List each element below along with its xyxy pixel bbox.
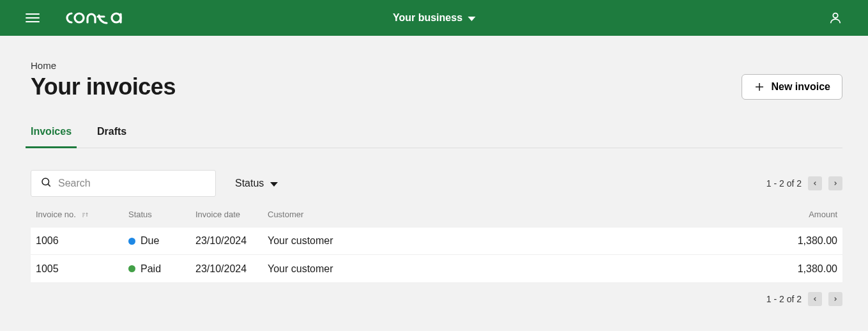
search-box[interactable] (31, 170, 216, 197)
status-label: Due (141, 235, 159, 247)
pager-prev-button[interactable] (808, 176, 822, 190)
pager-top: 1 - 2 of 2 (766, 176, 842, 190)
status-filter-label: Status (235, 178, 264, 189)
svg-point-4 (833, 13, 837, 18)
th-amount[interactable]: Amount (710, 210, 837, 219)
svg-point-0 (75, 13, 84, 22)
th-status[interactable]: Status (128, 210, 195, 219)
td-amount: 1,380.00 (710, 263, 837, 275)
plus-icon (754, 81, 765, 93)
pager-text: 1 - 2 of 2 (766, 294, 802, 304)
new-invoice-label: New invoice (772, 81, 830, 93)
sort-icon (81, 211, 89, 219)
td-invoice-date: 23/10/2024 (195, 235, 268, 247)
search-icon (40, 176, 52, 190)
svg-point-2 (112, 13, 121, 22)
tabs: Invoices Drafts (26, 126, 842, 148)
menu-icon[interactable] (26, 11, 40, 25)
pager-text: 1 - 2 of 2 (766, 178, 802, 189)
tab-invoices[interactable]: Invoices (26, 126, 77, 148)
status-dot-icon (128, 238, 135, 245)
th-customer[interactable]: Customer (268, 210, 710, 219)
td-customer: Your customer (268, 263, 710, 275)
th-invoice-no[interactable]: Invoice no. (36, 210, 128, 219)
business-selector[interactable]: Your business (393, 12, 475, 24)
title-row: Your invoices New invoice (31, 73, 842, 100)
td-invoice-no: 1005 (36, 263, 128, 275)
td-customer: Your customer (268, 235, 710, 247)
toolbar: Status 1 - 2 of 2 (31, 170, 842, 197)
pager-next-button[interactable] (828, 292, 842, 306)
pager-bottom: 1 - 2 of 2 (31, 292, 842, 306)
svg-point-7 (42, 178, 49, 185)
business-label: Your business (393, 12, 462, 24)
invoices-table: Invoice no. Status Invoice date Customer… (31, 210, 842, 283)
app-header: Your business (0, 0, 868, 36)
app-logo[interactable] (65, 10, 126, 26)
status-dot-icon (128, 265, 135, 272)
td-invoice-date: 23/10/2024 (195, 263, 268, 275)
main-content: Home Your invoices New invoice Invoices … (0, 36, 868, 306)
td-amount: 1,380.00 (710, 235, 837, 247)
table-row[interactable]: 1006Due23/10/2024Your customer1,380.00 (31, 227, 842, 255)
chevron-down-icon (468, 17, 475, 21)
table-row[interactable]: 1005Paid23/10/2024Your customer1,380.00 (31, 255, 842, 283)
pager-next-button[interactable] (828, 176, 842, 190)
th-invoice-date[interactable]: Invoice date (195, 210, 268, 219)
td-invoice-no: 1006 (36, 235, 128, 247)
tab-drafts[interactable]: Drafts (92, 126, 132, 148)
td-status: Paid (128, 263, 195, 275)
chevron-down-icon (270, 182, 278, 187)
user-icon[interactable] (828, 11, 842, 25)
page-title: Your invoices (31, 73, 176, 100)
svg-line-8 (48, 184, 50, 186)
pager-prev-button[interactable] (808, 292, 822, 306)
new-invoice-button[interactable]: New invoice (742, 74, 842, 100)
breadcrumb[interactable]: Home (31, 49, 842, 71)
th-invoice-no-label: Invoice no. (36, 210, 76, 219)
status-label: Paid (141, 263, 161, 275)
td-status: Due (128, 235, 195, 247)
table-header: Invoice no. Status Invoice date Customer… (31, 210, 842, 227)
status-filter[interactable]: Status (235, 178, 278, 189)
search-input[interactable] (58, 178, 206, 189)
